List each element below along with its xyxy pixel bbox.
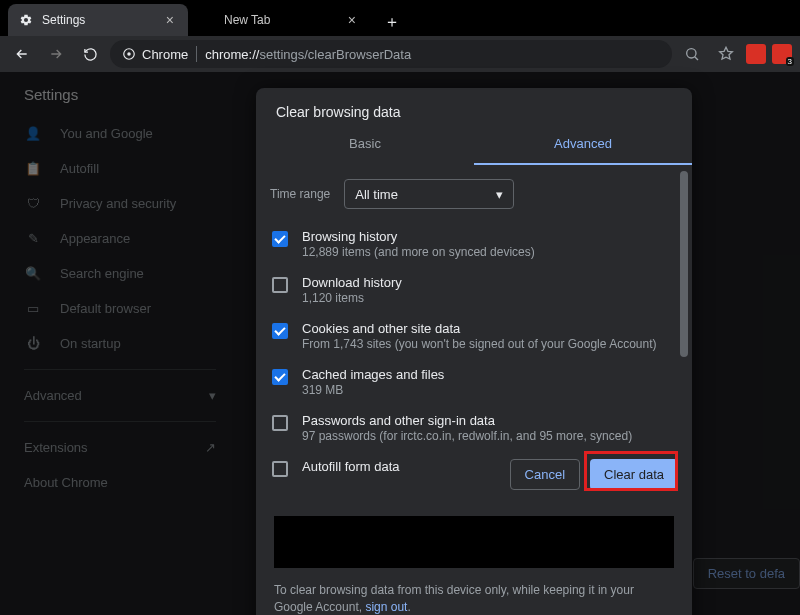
tab-settings[interactable]: Settings × [8, 4, 188, 36]
checkbox[interactable] [272, 277, 288, 293]
chevron-down-icon: ▾ [496, 187, 503, 202]
dialog-title: Clear browsing data [256, 88, 692, 126]
option-sub: 97 passwords (for irctc.co.in, redwolf.i… [302, 429, 632, 443]
tab-basic[interactable]: Basic [256, 126, 474, 165]
option-title: Passwords and other sign-in data [302, 413, 632, 428]
dialog-tabs: Basic Advanced [256, 126, 692, 165]
bookmark-star-icon[interactable] [712, 40, 740, 68]
sign-out-link[interactable]: sign out [365, 600, 407, 614]
tab-title: New Tab [224, 13, 270, 27]
option-title: Browsing history [302, 229, 535, 244]
tab-strip: Settings × New Tab × ＋ [0, 0, 800, 36]
option-title: Cached images and files [302, 367, 444, 382]
option-cached-images[interactable]: Cached images and files319 MB [270, 361, 676, 407]
checkbox[interactable] [272, 231, 288, 247]
option-cookies[interactable]: Cookies and other site dataFrom 1,743 si… [270, 315, 676, 361]
separator [196, 46, 197, 62]
option-download-history[interactable]: Download history1,120 items [270, 269, 676, 315]
dialog-footer: To clear browsing data from this device … [256, 504, 692, 615]
dialog-body: Time range All time ▾ Browsing history12… [256, 165, 692, 445]
reload-button[interactable] [76, 40, 104, 68]
time-range-select[interactable]: All time ▾ [344, 179, 514, 209]
extension-icon[interactable] [746, 44, 766, 64]
highlight-annotation [584, 451, 678, 491]
address-bar[interactable]: Chrome chrome://settings/clearBrowserDat… [110, 40, 672, 68]
chrome-chip-label: Chrome [142, 47, 188, 62]
new-tab-button[interactable]: ＋ [378, 8, 406, 36]
time-range-label: Time range [270, 187, 330, 201]
tab-advanced[interactable]: Advanced [474, 126, 692, 165]
extension-badge: 3 [786, 57, 794, 66]
option-sub: 319 MB [302, 383, 444, 397]
checkbox[interactable] [272, 369, 288, 385]
svg-point-1 [127, 52, 131, 56]
url-host: chrome://settings/clearBrowserData [205, 47, 411, 62]
forward-button[interactable] [42, 40, 70, 68]
checkbox[interactable] [272, 323, 288, 339]
option-title: Download history [302, 275, 402, 290]
close-icon[interactable]: × [162, 12, 178, 28]
option-sub: From 1,743 sites (you won't be signed ou… [302, 337, 657, 351]
option-sub: 12,889 items (and more on synced devices… [302, 245, 535, 259]
footer-text: To clear browsing data from this device … [274, 582, 674, 615]
checkbox[interactable] [272, 415, 288, 431]
option-title: Cookies and other site data [302, 321, 657, 336]
extension-icon[interactable]: 3 [772, 44, 792, 64]
time-range-value: All time [355, 187, 398, 202]
tab-title: Settings [42, 13, 85, 27]
scrollbar[interactable] [678, 169, 690, 441]
back-button[interactable] [8, 40, 36, 68]
option-sub: 1,120 items [302, 291, 402, 305]
clear-browsing-data-dialog: Clear browsing data Basic Advanced Time … [256, 88, 692, 615]
gear-icon [18, 12, 34, 28]
redacted-area [274, 516, 674, 568]
zoom-icon[interactable] [678, 40, 706, 68]
cancel-button[interactable]: Cancel [510, 459, 580, 490]
globe-icon [200, 12, 216, 28]
svg-point-2 [687, 49, 696, 58]
close-icon[interactable]: × [344, 12, 360, 28]
tab-new[interactable]: New Tab × [190, 4, 370, 36]
option-browsing-history[interactable]: Browsing history12,889 items (and more o… [270, 223, 676, 269]
dialog-actions: Cancel Clear data [256, 445, 692, 504]
chrome-chip: Chrome [122, 47, 188, 62]
toolbar: Chrome chrome://settings/clearBrowserDat… [0, 36, 800, 72]
